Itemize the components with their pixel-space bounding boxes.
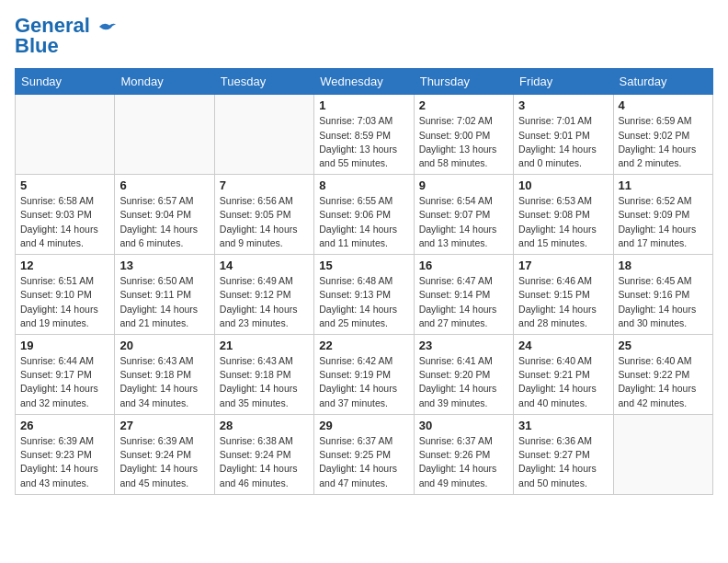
calendar-cell: 25Sunrise: 6:40 AMSunset: 9:22 PMDayligh… [613, 335, 712, 415]
day-info: Sunrise: 6:46 AMSunset: 9:15 PMDaylight:… [518, 274, 608, 330]
weekday-header-sunday: Sunday [16, 69, 115, 95]
day-number: 13 [119, 259, 209, 272]
day-info: Sunrise: 6:58 AMSunset: 9:03 PMDaylight:… [20, 194, 109, 250]
calendar-week-row: 12Sunrise: 6:51 AMSunset: 9:10 PMDayligh… [16, 255, 713, 335]
day-info: Sunrise: 6:47 AMSunset: 9:14 PMDaylight:… [419, 274, 508, 330]
calendar-cell: 9Sunrise: 6:54 AMSunset: 9:07 PMDaylight… [414, 175, 513, 255]
weekday-header-row: SundayMondayTuesdayWednesdayThursdayFrid… [16, 69, 713, 95]
calendar-cell: 23Sunrise: 6:41 AMSunset: 9:20 PMDayligh… [414, 335, 513, 415]
calendar-cell: 2Sunrise: 7:02 AMSunset: 9:00 PMDaylight… [414, 95, 513, 175]
day-number: 5 [20, 178, 109, 192]
calendar-cell: 28Sunrise: 6:38 AMSunset: 9:24 PMDayligh… [214, 414, 313, 494]
calendar-week-row: 5Sunrise: 6:58 AMSunset: 9:03 PMDaylight… [16, 175, 713, 255]
day-number: 1 [319, 98, 408, 112]
day-info: Sunrise: 6:49 AMSunset: 9:12 PMDaylight:… [220, 274, 309, 330]
calendar-cell: 8Sunrise: 6:55 AMSunset: 9:06 PMDaylight… [314, 175, 414, 255]
day-info: Sunrise: 6:57 AMSunset: 9:04 PMDaylight:… [119, 194, 209, 250]
day-number: 31 [518, 419, 608, 432]
day-number: 6 [119, 178, 209, 192]
day-info: Sunrise: 6:42 AMSunset: 9:19 PMDaylight:… [319, 354, 408, 410]
calendar-cell: 11Sunrise: 6:52 AMSunset: 9:09 PMDayligh… [613, 175, 712, 255]
day-number: 11 [619, 178, 708, 192]
calendar-cell: 17Sunrise: 6:46 AMSunset: 9:15 PMDayligh… [514, 255, 613, 335]
calendar-week-row: 19Sunrise: 6:44 AMSunset: 9:17 PMDayligh… [16, 335, 713, 415]
day-number: 8 [319, 178, 408, 192]
day-info: Sunrise: 7:01 AMSunset: 9:01 PMDaylight:… [518, 114, 608, 170]
page-header: General Blue [15, 15, 713, 57]
day-info: Sunrise: 6:39 AMSunset: 9:23 PMDaylight:… [20, 434, 109, 490]
day-number: 29 [319, 419, 408, 432]
calendar-cell: 14Sunrise: 6:49 AMSunset: 9:12 PMDayligh… [214, 255, 313, 335]
day-info: Sunrise: 6:48 AMSunset: 9:13 PMDaylight:… [319, 274, 408, 330]
day-info: Sunrise: 6:56 AMSunset: 9:05 PMDaylight:… [220, 194, 309, 250]
day-info: Sunrise: 6:51 AMSunset: 9:10 PMDaylight:… [20, 274, 109, 330]
calendar-cell: 13Sunrise: 6:50 AMSunset: 9:11 PMDayligh… [115, 255, 214, 335]
day-number: 16 [419, 259, 508, 272]
calendar-cell: 12Sunrise: 6:51 AMSunset: 9:10 PMDayligh… [16, 255, 115, 335]
calendar-cell: 7Sunrise: 6:56 AMSunset: 9:05 PMDaylight… [214, 175, 313, 255]
calendar-cell [214, 95, 313, 175]
day-info: Sunrise: 6:53 AMSunset: 9:08 PMDaylight:… [518, 194, 608, 250]
day-number: 19 [20, 339, 109, 352]
day-number: 25 [619, 339, 708, 352]
calendar-cell: 30Sunrise: 6:37 AMSunset: 9:26 PMDayligh… [414, 414, 513, 494]
calendar-cell: 5Sunrise: 6:58 AMSunset: 9:03 PMDaylight… [16, 175, 115, 255]
day-number: 4 [619, 98, 708, 112]
calendar-cell: 4Sunrise: 6:59 AMSunset: 9:02 PMDaylight… [613, 95, 712, 175]
day-info: Sunrise: 6:43 AMSunset: 9:18 PMDaylight:… [220, 354, 309, 410]
weekday-header-wednesday: Wednesday [314, 69, 414, 95]
calendar-cell: 10Sunrise: 6:53 AMSunset: 9:08 PMDayligh… [514, 175, 613, 255]
weekday-header-monday: Monday [115, 69, 214, 95]
day-info: Sunrise: 6:40 AMSunset: 9:22 PMDaylight:… [619, 354, 708, 410]
day-info: Sunrise: 6:44 AMSunset: 9:17 PMDaylight:… [20, 354, 109, 410]
day-number: 18 [619, 259, 708, 272]
day-info: Sunrise: 6:41 AMSunset: 9:20 PMDaylight:… [419, 354, 508, 410]
calendar-cell: 1Sunrise: 7:03 AMSunset: 8:59 PMDaylight… [314, 95, 414, 175]
calendar-cell [16, 95, 115, 175]
calendar-cell: 19Sunrise: 6:44 AMSunset: 9:17 PMDayligh… [16, 335, 115, 415]
day-info: Sunrise: 6:37 AMSunset: 9:26 PMDaylight:… [419, 434, 508, 490]
day-number: 10 [518, 178, 608, 192]
day-number: 3 [518, 98, 608, 112]
day-info: Sunrise: 6:39 AMSunset: 9:24 PMDaylight:… [119, 434, 209, 490]
logo-bird-icon [97, 20, 118, 33]
weekday-header-friday: Friday [514, 69, 613, 95]
day-info: Sunrise: 6:54 AMSunset: 9:07 PMDaylight:… [419, 194, 508, 250]
calendar-table: SundayMondayTuesdayWednesdayThursdayFrid… [15, 68, 713, 494]
calendar-cell: 22Sunrise: 6:42 AMSunset: 9:19 PMDayligh… [314, 335, 414, 415]
day-number: 17 [518, 259, 608, 272]
weekday-header-saturday: Saturday [613, 69, 712, 95]
weekday-header-thursday: Thursday [414, 69, 513, 95]
day-number: 24 [518, 339, 608, 352]
calendar-cell: 24Sunrise: 6:40 AMSunset: 9:21 PMDayligh… [514, 335, 613, 415]
day-number: 23 [419, 339, 508, 352]
day-number: 22 [319, 339, 408, 352]
calendar-cell: 3Sunrise: 7:01 AMSunset: 9:01 PMDaylight… [514, 95, 613, 175]
day-info: Sunrise: 6:43 AMSunset: 9:18 PMDaylight:… [119, 354, 209, 410]
calendar-cell: 15Sunrise: 6:48 AMSunset: 9:13 PMDayligh… [314, 255, 414, 335]
calendar-cell: 29Sunrise: 6:37 AMSunset: 9:25 PMDayligh… [314, 414, 414, 494]
day-number: 14 [220, 259, 309, 272]
day-info: Sunrise: 6:55 AMSunset: 9:06 PMDaylight:… [319, 194, 408, 250]
day-info: Sunrise: 6:59 AMSunset: 9:02 PMDaylight:… [619, 114, 708, 170]
logo: General Blue [15, 15, 118, 57]
calendar-week-row: 1Sunrise: 7:03 AMSunset: 8:59 PMDaylight… [16, 95, 713, 175]
day-info: Sunrise: 6:38 AMSunset: 9:24 PMDaylight:… [220, 434, 309, 490]
day-info: Sunrise: 6:52 AMSunset: 9:09 PMDaylight:… [619, 194, 708, 250]
day-info: Sunrise: 6:40 AMSunset: 9:21 PMDaylight:… [518, 354, 608, 410]
calendar-cell [613, 414, 712, 494]
day-info: Sunrise: 6:50 AMSunset: 9:11 PMDaylight:… [119, 274, 209, 330]
calendar-cell: 31Sunrise: 6:36 AMSunset: 9:27 PMDayligh… [514, 414, 613, 494]
calendar-cell: 6Sunrise: 6:57 AMSunset: 9:04 PMDaylight… [115, 175, 214, 255]
day-number: 28 [220, 419, 309, 432]
calendar-cell: 21Sunrise: 6:43 AMSunset: 9:18 PMDayligh… [214, 335, 313, 415]
day-number: 12 [20, 259, 109, 272]
weekday-header-tuesday: Tuesday [214, 69, 313, 95]
day-number: 15 [319, 259, 408, 272]
day-info: Sunrise: 6:45 AMSunset: 9:16 PMDaylight:… [619, 274, 708, 330]
day-number: 7 [220, 178, 309, 192]
day-number: 9 [419, 178, 508, 192]
logo-subtext: Blue [15, 35, 59, 57]
calendar-cell: 18Sunrise: 6:45 AMSunset: 9:16 PMDayligh… [613, 255, 712, 335]
day-info: Sunrise: 7:02 AMSunset: 9:00 PMDaylight:… [419, 114, 508, 170]
